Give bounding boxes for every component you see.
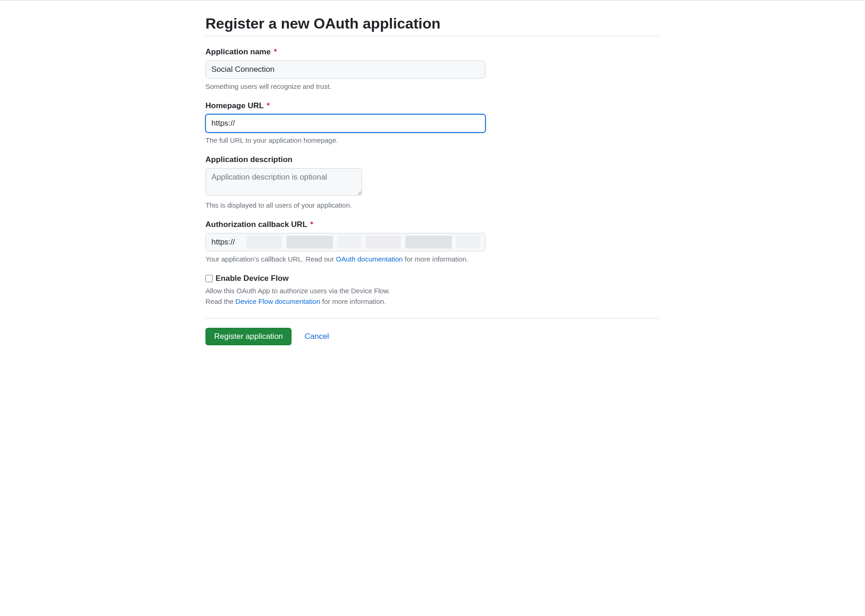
device-flow-help2-suffix: for more information. — [320, 297, 386, 305]
homepage-url-input[interactable] — [205, 114, 485, 133]
description-input[interactable] — [205, 168, 362, 196]
cancel-button[interactable]: Cancel — [304, 332, 329, 341]
device-flow-checkbox[interactable] — [205, 275, 213, 282]
callback-url-label: Authorization callback URL * — [205, 220, 660, 229]
form-divider — [205, 318, 660, 319]
oauth-register-form: Register a new OAuth application Applica… — [198, 0, 667, 373]
device-flow-help-2: Read the Device Flow documentation for m… — [205, 297, 660, 305]
required-asterisk-icon: * — [310, 220, 313, 229]
device-flow-documentation-link[interactable]: Device Flow documentation — [235, 297, 320, 305]
register-application-button[interactable]: Register application — [205, 328, 292, 345]
oauth-documentation-link[interactable]: OAuth documentation — [336, 255, 403, 263]
app-name-input[interactable] — [205, 60, 485, 79]
field-homepage-url: Homepage URL * The full URL to your appl… — [205, 101, 660, 144]
required-asterisk-icon: * — [274, 47, 277, 56]
callback-url-input[interactable] — [205, 233, 485, 251]
required-asterisk-icon: * — [267, 101, 270, 110]
app-name-help: Something users will recognize and trust… — [205, 82, 660, 90]
description-help: This is displayed to all users of your a… — [205, 201, 660, 209]
callback-url-label-text: Authorization callback URL — [205, 220, 307, 229]
device-flow-help-1: Allow this OAuth App to authorize users … — [205, 287, 660, 295]
callback-help-prefix: Your application's callback URL. Read ou… — [205, 255, 336, 263]
homepage-url-label-text: Homepage URL — [205, 101, 263, 110]
callback-url-input-wrap — [205, 233, 485, 251]
page-title: Register a new OAuth application — [205, 15, 660, 36]
callback-help-suffix: for more information. — [403, 255, 468, 263]
callback-url-help: Your application's callback URL. Read ou… — [205, 255, 660, 263]
homepage-url-label: Homepage URL * — [205, 101, 660, 110]
field-device-flow: Enable Device Flow — [205, 274, 660, 283]
app-name-label: Application name * — [205, 47, 660, 57]
app-name-label-text: Application name — [205, 47, 271, 56]
homepage-url-help: The full URL to your application homepag… — [205, 136, 660, 144]
field-description: Application description This is displaye… — [205, 155, 660, 209]
field-callback-url: Authorization callback URL * Your applic… — [205, 220, 660, 263]
form-actions: Register application Cancel — [205, 328, 660, 345]
description-label-text: Application description — [205, 155, 292, 164]
device-flow-label: Enable Device Flow — [216, 274, 289, 283]
device-flow-help2-prefix: Read the — [205, 297, 235, 305]
description-label: Application description — [205, 155, 660, 164]
field-app-name: Application name * Something users will … — [205, 47, 660, 90]
